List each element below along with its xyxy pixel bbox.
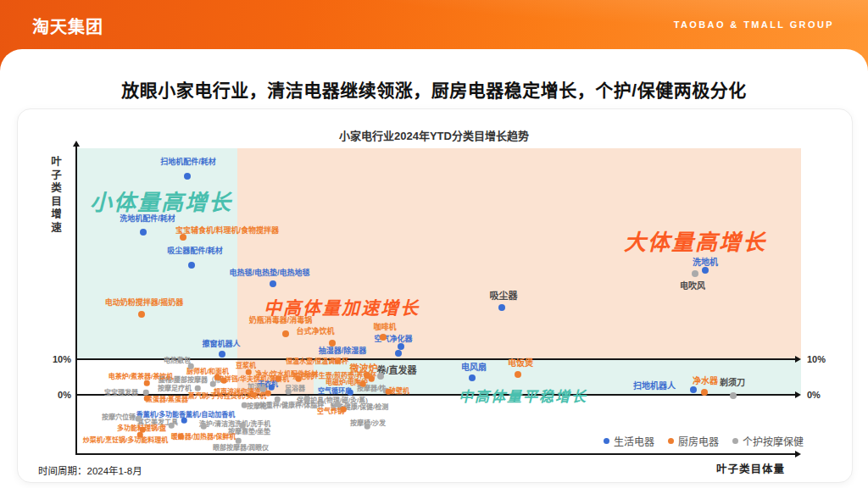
data-point [348,390,353,396]
slide: 淘天集团 TAOBAO & TMALL GROUP 放眼小家电行业，清洁电器继续… [0,0,868,488]
data-point-label: 电热毯/电热垫/电热地毯 [229,267,309,278]
growth-10-arrow [795,356,801,363]
data-point-label: 炒菜机/烹饪锅/多功能料理机 [83,435,168,444]
data-point [144,396,150,402]
data-point [692,270,698,277]
data-point [377,373,384,380]
data-point [240,423,246,429]
legend-item: 个护按摩保健 [732,434,804,448]
data-point-label: 扫地机器人 [633,379,676,391]
data-point [270,280,276,287]
data-point [219,351,225,358]
chart-legend: 生活电器厨房电器个护按摩保健 [604,434,804,448]
tick-right-0: 0% [807,390,821,400]
data-point [188,363,194,369]
tick-right-10: 10% [807,354,826,364]
y-axis-line [75,146,77,455]
data-point [286,389,292,395]
data-point [469,374,476,381]
tick-left-0: 0% [41,390,71,400]
data-point-label: 煮蛋器/蒸蛋器 [146,394,188,403]
data-point-label: 擦窗机器人 [202,338,240,349]
data-point [335,358,341,364]
data-point [236,438,242,444]
legend-dot [668,438,674,444]
data-point-label: 宝宝理发器 [104,387,138,396]
data-point [275,376,281,382]
scatter-plot: 10% 0% 10% 0% 叶子类目增速 叶子类目体量 生活电器厨房电器个护按摩… [0,0,868,488]
data-point [210,381,216,387]
legend-dot [732,438,738,444]
data-point [178,434,184,440]
data-point [201,424,207,430]
quadrant-label: 小体量高增长 [90,185,232,216]
data-point-label: 奶瓶消毒器/消毒锅 [249,314,313,325]
data-point-label: 电动奶粉搅拌器/摇奶器 [105,297,184,308]
data-point-label: 电茶炉/煮茶器/茶饮机 [108,371,173,380]
data-point-label: 电热敷包 [164,355,191,364]
data-point [360,381,366,387]
data-point [395,350,402,357]
data-point [364,424,370,430]
data-point-label: 电饭煲 [508,356,533,369]
legend-label: 厨房电器 [678,434,719,448]
data-point-label: 扫地机配件/耗材 [160,156,216,167]
data-point [730,392,737,399]
data-point [188,262,195,269]
data-point-label: 破壁机 [389,385,409,395]
data-point [304,396,310,402]
data-point [335,402,341,408]
time-period-note: 时间周期：2024年1-8月 [38,463,142,477]
data-point [242,402,248,408]
data-point [690,386,697,393]
legend-item: 生活电器 [604,434,654,448]
data-point-label: 咖啡机 [373,321,396,332]
data-point-label: 吸尘器配件/耗材 [167,245,223,256]
data-point [169,423,175,429]
data-point [398,343,404,350]
data-point-label: 体重秤/健康秤/体脂秤 [259,400,324,409]
data-point [246,369,252,375]
data-point [138,311,145,318]
data-point [341,407,347,413]
data-point [180,234,186,241]
legend-item: 厨房电器 [668,434,719,448]
growth-0-arrow [795,391,801,398]
legend-label: 个护按摩保健 [743,434,804,448]
data-point [195,385,201,391]
x-axis-line [76,453,795,455]
data-point [329,340,336,347]
data-point-label: 抽湿器/除湿器 [319,345,367,356]
data-point-label: 洗地机 [693,255,718,268]
data-point-label: 宝宝辅食机/料理机/食物搅拌器 [175,225,279,236]
data-point [137,432,143,438]
data-point-label: 净水器 [693,374,718,386]
quadrant-label: 中高体量平稳增长 [459,385,587,406]
y-axis-arrow [73,141,80,147]
tick-left-10: 10% [41,354,71,364]
data-point [184,173,191,180]
y-axis-title: 叶子类目增速 [47,156,64,235]
x-axis-arrow [795,451,801,458]
data-point [143,390,149,396]
data-point-label: 台式净饮机 [296,325,334,336]
data-point [140,229,147,236]
quadrant-label: 大体量高增长 [624,225,766,256]
data-point [364,372,370,379]
data-point [181,418,187,424]
data-point [269,385,275,391]
data-point-label: 眼部按摩器/润眼仪 [213,442,269,452]
data-point-label: 吸尘器 [490,288,518,302]
data-point [498,304,505,311]
data-point-label: 按摩足疗机 [158,383,192,392]
data-point-label: 电吹风 [680,279,705,291]
data-point-label: 电风扇 [461,360,487,373]
data-point-label: 剃须刀 [720,375,745,388]
legend-label: 生活电器 [614,434,654,448]
x-axis-title: 叶子类目体量 [716,460,785,476]
data-point [251,392,257,398]
data-point [275,396,281,402]
data-point [136,416,142,422]
data-point [386,389,392,395]
data-point [296,376,302,382]
